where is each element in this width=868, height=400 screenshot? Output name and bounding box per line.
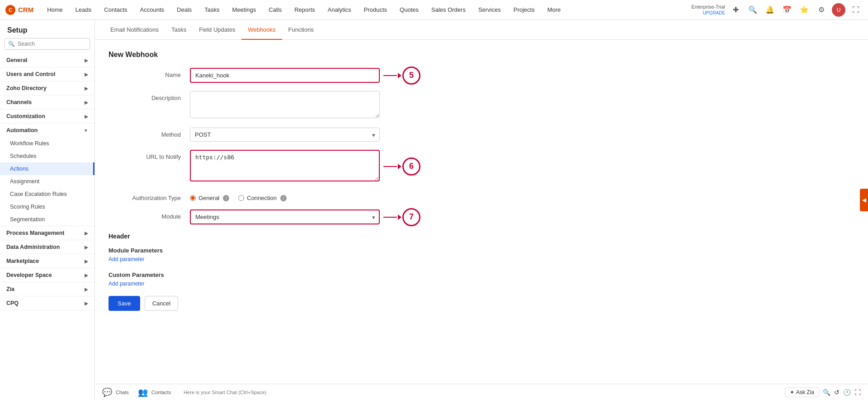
description-label: Description — [108, 91, 190, 101]
chevron-data-admin: ▶ — [85, 245, 88, 250]
nav-more[interactable]: More — [541, 0, 567, 20]
sidebar-item-segmentation[interactable]: Segmentation — [0, 213, 94, 226]
sidebar-item-schedules[interactable]: Schedules — [0, 150, 94, 162]
custom-params-title: Custom Parameters — [108, 271, 854, 278]
cancel-button[interactable]: Cancel — [145, 296, 178, 311]
nav-analytics[interactable]: Analytics — [321, 0, 358, 20]
main-content: Email Notifications Tasks Field Updates … — [95, 20, 868, 400]
ask-zia-button[interactable]: ✦ Ask Zia — [785, 387, 819, 397]
nav-tasks[interactable]: Tasks — [198, 0, 226, 20]
smart-chat-text: Here is your Smart Chat (Ctrl+Space) — [184, 390, 266, 395]
notifications-icon[interactable]: 🔔 — [763, 3, 777, 17]
create-button[interactable]: ✚ — [729, 3, 742, 17]
info-icon-general[interactable]: i — [223, 195, 229, 201]
nav-products[interactable]: Products — [358, 0, 393, 20]
arrow-head-7 — [398, 214, 401, 220]
sidebar-section-header-marketplace[interactable]: Marketplace ▶ — [0, 254, 94, 268]
expand-icon[interactable]: ⛶ — [849, 3, 863, 17]
sidebar-section-header-users[interactable]: Users and Control ▶ — [0, 67, 94, 81]
sidebar-item-assignment[interactable]: Assignment — [0, 175, 94, 188]
radio-group-auth: General i Connection i — [190, 191, 380, 201]
nav-meetings[interactable]: Meetings — [226, 0, 263, 20]
description-control-wrap — [190, 91, 380, 119]
calendar-icon[interactable]: 📅 — [780, 3, 794, 17]
sidebar-section-label-channels: Channels — [6, 99, 32, 105]
ask-zia-label: Ask Zia — [796, 389, 814, 395]
name-input[interactable] — [190, 68, 380, 83]
tab-webhooks[interactable]: Webhooks — [241, 20, 282, 40]
nav-sales-orders[interactable]: Sales Orders — [425, 0, 472, 20]
sidebar-item-actions[interactable]: Actions — [0, 162, 94, 175]
radio-general[interactable]: General i — [190, 195, 229, 201]
save-button[interactable]: Save — [108, 296, 140, 311]
search-icon[interactable]: 🔍 — [746, 3, 760, 17]
add-module-param-link[interactable]: Add parameter — [108, 256, 144, 262]
sidebar-section-header-cpq[interactable]: CPQ ▶ — [0, 296, 94, 310]
radio-general-input[interactable] — [190, 195, 196, 201]
expand-bottom-icon[interactable]: ⛶ — [854, 389, 861, 396]
sidebar-item-case-escalation[interactable]: Case Escalation Rules — [0, 188, 94, 200]
tab-field-updates[interactable]: Field Updates — [193, 20, 241, 40]
search-input[interactable] — [5, 38, 90, 50]
sidebar-section-header-general[interactable]: General ▶ — [0, 53, 94, 67]
nav-reports[interactable]: Reports — [288, 0, 321, 20]
radio-connection[interactable]: Connection i — [238, 195, 287, 201]
settings-icon[interactable]: ⚙ — [815, 3, 828, 17]
url-input[interactable]: https://s86 — [190, 150, 380, 181]
sidebar-section-label-zia: Zia — [6, 286, 14, 292]
sidebar-section-header-developer[interactable]: Developer Space ▶ — [0, 268, 94, 282]
module-select[interactable]: Leads Contacts Accounts Deals Tasks Meet… — [190, 210, 380, 224]
tab-tasks[interactable]: Tasks — [165, 20, 193, 40]
chat-area: 💬 Chats 👥 Contacts Here is your Smart Ch… — [102, 387, 779, 397]
sidebar-section-header-process[interactable]: Process Management ▶ — [0, 226, 94, 240]
circle-5: 5 — [402, 67, 420, 85]
arrow-line-7 — [383, 217, 397, 218]
description-input[interactable] — [190, 91, 380, 118]
auth-control-wrap: General i Connection i — [190, 191, 380, 201]
top-nav: C CRM Home Leads Contacts Accounts Deals… — [0, 0, 868, 20]
nav-services[interactable]: Services — [472, 0, 507, 20]
avatar[interactable]: U — [832, 3, 845, 17]
nav-leads[interactable]: Leads — [69, 0, 98, 20]
add-custom-param-link[interactable]: Add parameter — [108, 281, 144, 287]
sidebar-section-header-zia[interactable]: Zia ▶ — [0, 282, 94, 296]
right-panel-toggle[interactable]: ◀ — [860, 189, 868, 211]
module-control-wrap: Leads Contacts Accounts Deals Tasks Meet… — [190, 210, 380, 224]
form-row-description: Description — [108, 91, 854, 119]
nav-contacts[interactable]: Contacts — [98, 0, 133, 20]
enterprise-badge: Enterprise-Trial UPGRADE — [691, 4, 725, 16]
app-logo[interactable]: C CRM — [5, 5, 33, 15]
sidebar-item-scoring-rules[interactable]: Scoring Rules — [0, 200, 94, 213]
nav-projects[interactable]: Projects — [507, 0, 541, 20]
form-row-module: Module Leads Contacts Accounts Deals Tas… — [108, 210, 854, 224]
tab-functions[interactable]: Functions — [282, 20, 320, 40]
name-label: Name — [108, 68, 190, 78]
clock-icon[interactable]: 🕐 — [843, 389, 851, 396]
form-row-url: URL to Notify https://s86 6 — [108, 150, 854, 183]
sidebar-section-header-automation[interactable]: Automation ▼ — [0, 124, 94, 137]
contacts-icon[interactable]: 👥 — [138, 387, 148, 397]
nav-quotes[interactable]: Quotes — [393, 0, 425, 20]
radio-connection-input[interactable] — [238, 195, 244, 201]
sidebar-item-workflow-rules[interactable]: Workflow Rules — [0, 137, 94, 150]
chats-icon[interactable]: 💬 — [102, 387, 112, 397]
sidebar: Setup 🔍 General ▶ Users and Control ▶ Zo… — [0, 20, 95, 400]
nav-accounts[interactable]: Accounts — [134, 0, 170, 20]
nav-calls[interactable]: Calls — [262, 0, 288, 20]
refresh-icon[interactable]: ↺ — [834, 389, 840, 396]
star-icon[interactable]: ⭐ — [797, 3, 811, 17]
sidebar-section-header-data-admin[interactable]: Data Administration ▶ — [0, 240, 94, 254]
method-select[interactable]: GET POST PUT PATCH DELETE — [190, 128, 380, 142]
content-area: ◀ New Webhook Name 5 Description — [95, 40, 868, 384]
chevron-marketplace: ▶ — [85, 259, 88, 264]
sidebar-section-header-channels[interactable]: Channels ▶ — [0, 95, 94, 109]
sidebar-section-header-customization[interactable]: Customization ▶ — [0, 110, 94, 123]
nav-home[interactable]: Home — [41, 0, 69, 20]
sidebar-section-header-zoho[interactable]: Zoho Directory ▶ — [0, 81, 94, 95]
custom-params-section: Custom Parameters Add parameter — [108, 271, 854, 287]
form-row-auth: Authorization Type General i Connection … — [108, 191, 854, 201]
nav-deals[interactable]: Deals — [170, 0, 198, 20]
info-icon-connection[interactable]: i — [280, 195, 287, 201]
search-bottom-icon[interactable]: 🔍 — [823, 389, 830, 396]
tab-email-notifications[interactable]: Email Notifications — [104, 20, 165, 40]
